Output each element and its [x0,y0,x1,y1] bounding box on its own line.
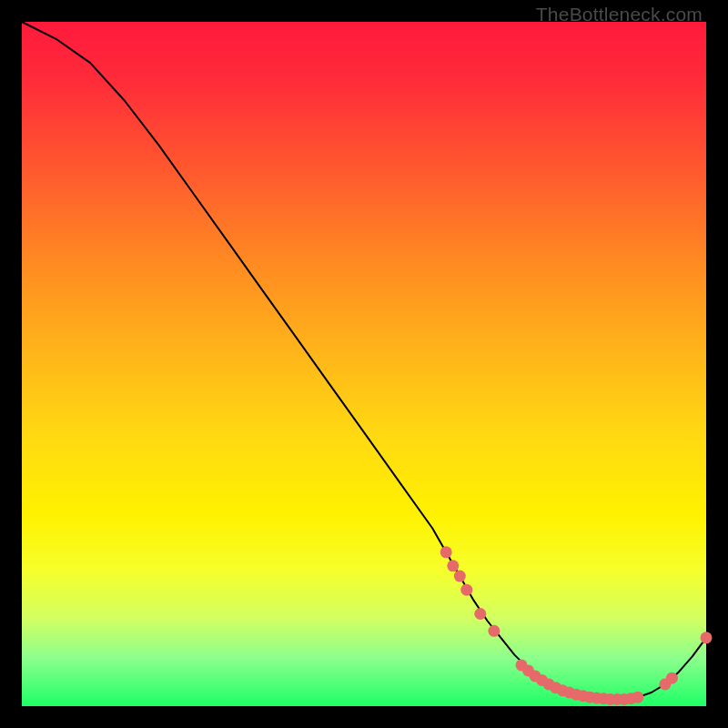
data-point [460,584,472,596]
data-point [474,608,486,620]
chart-svg [22,22,706,706]
data-point [440,546,452,558]
data-point [488,625,500,637]
data-point [454,571,466,582]
data-point [666,672,678,684]
data-point [701,632,713,643]
watermark-text: TheBottleneck.com [536,4,703,25]
chart-frame [22,22,706,706]
data-point [447,560,459,571]
marker-group [440,546,713,705]
bottleneck-curve [22,22,706,700]
data-point [632,692,643,703]
